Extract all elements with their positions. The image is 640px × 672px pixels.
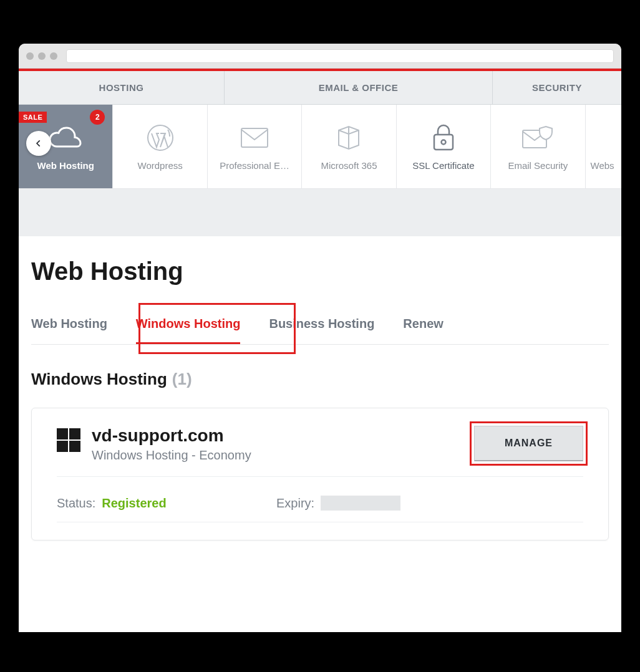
envelope-icon (240, 123, 269, 153)
category-nav: HOSTING EMAIL & OFFICE SECURITY (19, 71, 621, 105)
expiry-value-masked (321, 496, 400, 511)
product-strip: SALE 2 Web Hosting Wordpress Professiona… (19, 105, 621, 189)
status-label: Status: (57, 496, 95, 511)
section-count: (1) (172, 370, 192, 389)
product-microsoft-365[interactable]: Microsoft 365 (302, 105, 396, 188)
tab-windows-hosting[interactable]: Windows Hosting (136, 310, 241, 344)
grey-band (19, 189, 621, 236)
product-wordpress[interactable]: Wordpress (113, 105, 207, 188)
product-website-security-label: Webs (588, 160, 619, 171)
address-bar[interactable] (66, 49, 614, 63)
category-hosting[interactable]: HOSTING (19, 71, 225, 104)
domain-name: vd-support.com (92, 426, 251, 446)
window-controls (26, 52, 57, 60)
product-microsoft-365-label: Microsoft 365 (304, 160, 393, 171)
product-ssl-label: SSL Certificate (399, 160, 488, 171)
svg-point-3 (441, 140, 445, 144)
card-status-row: Status: Registered Expiry: (57, 477, 583, 522)
window-max-dot[interactable] (50, 52, 57, 60)
card-header-row: vd-support.com Windows Hosting - Economy… (57, 426, 583, 477)
product-ssl-certificate[interactable]: SSL Certificate (397, 105, 491, 188)
category-email-office[interactable]: EMAIL & OFFICE (225, 71, 493, 104)
hosting-tabs: Web Hosting Windows Hosting Business Hos… (31, 310, 609, 345)
sale-badge: SALE (19, 112, 47, 123)
svg-rect-2 (434, 135, 453, 150)
section-heading: Windows Hosting (1) (31, 370, 609, 389)
plan-name: Windows Hosting - Economy (92, 448, 251, 463)
product-website-security-partial[interactable]: Webs (586, 105, 621, 188)
count-badge: 2 (90, 110, 105, 125)
status-value: Registered (102, 496, 166, 511)
window-min-dot[interactable] (38, 52, 46, 60)
expiry-label: Expiry: (276, 496, 314, 511)
hosting-card: vd-support.com Windows Hosting - Economy… (31, 408, 609, 540)
product-professional-email-label: Professional E… (210, 160, 299, 171)
envelope-shield-icon (521, 123, 555, 153)
browser-chrome (19, 44, 621, 69)
product-email-security[interactable]: Email Security (491, 105, 585, 188)
window-close-dot[interactable] (26, 52, 34, 60)
browser-window: HOSTING EMAIL & OFFICE SECURITY SALE 2 W… (19, 44, 621, 632)
tab-renew[interactable]: Renew (403, 310, 443, 344)
page-content: Web Hosting Web Hosting Windows Hosting … (19, 236, 621, 540)
domain-text: vd-support.com Windows Hosting - Economy (92, 426, 251, 463)
product-email-security-label: Email Security (493, 160, 582, 171)
product-wordpress-label: Wordpress (115, 160, 204, 171)
manage-button[interactable]: MANAGE (474, 426, 583, 461)
chevron-left-icon (34, 139, 43, 148)
tab-web-hosting[interactable]: Web Hosting (31, 310, 107, 344)
expiry-field: Expiry: (276, 496, 488, 511)
tab-business-hosting[interactable]: Business Hosting (269, 310, 374, 344)
status-field: Status: Registered (57, 496, 269, 511)
windows-icon (57, 428, 80, 452)
box-icon (335, 123, 362, 153)
section-title: Windows Hosting (31, 370, 167, 389)
cloud-icon (47, 123, 84, 153)
page-title: Web Hosting (31, 257, 609, 286)
category-security[interactable]: SECURITY (493, 71, 621, 104)
product-strip-back-button[interactable] (26, 131, 51, 156)
wordpress-icon (147, 123, 174, 153)
svg-rect-1 (241, 128, 268, 147)
product-web-hosting-label: Web Hosting (21, 160, 110, 171)
lock-icon (431, 123, 456, 153)
domain-block: vd-support.com Windows Hosting - Economy (57, 426, 251, 463)
product-professional-email[interactable]: Professional E… (208, 105, 302, 188)
